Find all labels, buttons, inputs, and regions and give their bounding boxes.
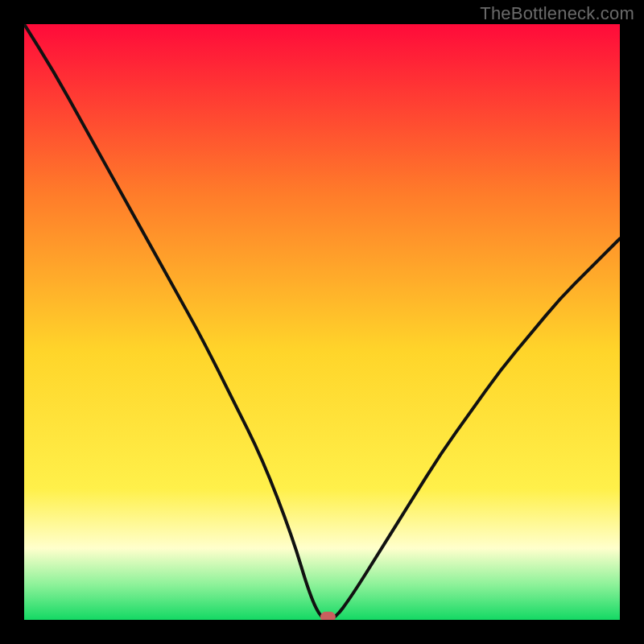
optimal-marker	[320, 612, 335, 620]
watermark-text: TheBottleneck.com	[480, 3, 634, 24]
plot-svg	[24, 24, 620, 620]
chart-frame: TheBottleneck.com	[0, 0, 644, 644]
gradient-background	[24, 24, 620, 620]
plot-area	[24, 24, 620, 620]
